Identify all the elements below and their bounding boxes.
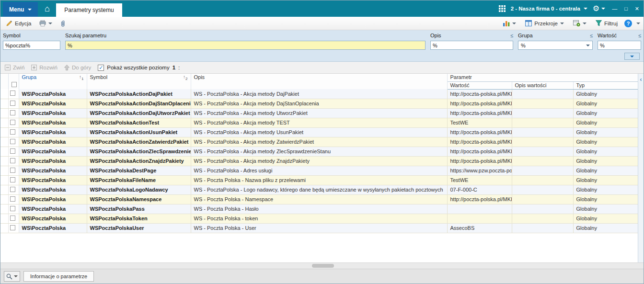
filter-condition-icon[interactable]: ≤ (638, 33, 641, 38)
filter-select-grupa[interactable]: % (518, 41, 593, 50)
row-checkbox-cell[interactable] (8, 194, 19, 204)
tab-parametry-systemu[interactable]: Parametry systemu (56, 3, 122, 17)
close-button[interactable]: ✕ (635, 6, 639, 12)
sort-asc-1-icon[interactable]: ↑1 (79, 74, 83, 81)
table-row[interactable]: WS\PocztaPolska WSPocztaPolskaActionDajP… (0, 89, 638, 99)
table-row[interactable]: WS\PocztaPolska WSPocztaPolskaPass WS - … (0, 204, 638, 214)
table-row[interactable]: WS\PocztaPolska WSPocztaPolskaActionDajU… (0, 108, 638, 118)
header-symbol[interactable]: Symbol ↑2 (87, 74, 191, 89)
row-checkbox[interactable] (10, 177, 15, 182)
header-opis[interactable]: Opis (191, 74, 447, 89)
row-checkbox-cell[interactable] (8, 223, 19, 233)
horizontal-scrollbar[interactable] (0, 262, 644, 269)
table-row[interactable]: WS\PocztaPolska WSPocztaPolskaActionUsun… (0, 127, 638, 137)
filter-condition-icon[interactable]: ≤ (510, 33, 513, 38)
row-checkbox[interactable] (10, 225, 15, 230)
grid-view-button[interactable] (571, 19, 589, 27)
row-checkbox-cell[interactable] (8, 137, 19, 147)
row-checkbox-cell[interactable] (8, 108, 19, 118)
table-row[interactable]: WS\PocztaPolska WSPocztaPolskaFileName W… (0, 175, 638, 185)
row-selector-cell[interactable] (0, 156, 8, 166)
chevron-down-icon[interactable] (48, 23, 52, 24)
table-row[interactable]: WS\PocztaPolska WSPocztaPolskaActionZlec… (0, 147, 638, 156)
filter-button[interactable]: Filtruj (593, 19, 620, 27)
row-selector-cell[interactable] (0, 166, 8, 175)
table-row[interactable]: WS\PocztaPolska WSPocztaPolskaActionDajS… (0, 99, 638, 108)
header-typ[interactable]: Typ (573, 81, 638, 89)
row-selector-cell[interactable] (0, 118, 8, 127)
menu-button[interactable]: Menu (3, 2, 38, 17)
row-selector-cell[interactable] (0, 223, 8, 233)
table-row[interactable]: WS\PocztaPolska WSPocztaPolskaActionZatw… (0, 137, 638, 147)
row-checkbox[interactable] (10, 216, 15, 221)
table-row[interactable]: WS\PocztaPolska WSPocztaPolskaActionTest… (0, 118, 638, 127)
row-checkbox-cell[interactable] (8, 214, 19, 223)
row-checkbox-cell[interactable] (8, 147, 19, 156)
row-checkbox[interactable] (10, 129, 15, 135)
levels-value[interactable]: 1 (172, 65, 175, 70)
filter-input-opis[interactable] (430, 41, 513, 50)
select-all-checkbox[interactable] (12, 82, 17, 87)
filter-input-wartosc[interactable] (598, 41, 641, 50)
row-selector-cell[interactable] (0, 89, 8, 99)
show-all-levels-control[interactable]: Pokaż wszystkie poziomy 1 : (98, 65, 180, 71)
row-checkbox-cell[interactable] (8, 118, 19, 127)
row-checkbox[interactable] (10, 139, 15, 144)
filter-input-szukaj-parametru[interactable] (65, 41, 426, 50)
table-row[interactable]: WS\PocztaPolska WSPocztaPolskaToken WS -… (0, 214, 638, 223)
row-checkbox[interactable] (10, 168, 15, 173)
settings-button[interactable] (593, 5, 605, 12)
sort-asc-2-icon[interactable]: ↑2 (183, 74, 187, 81)
row-checkbox[interactable] (10, 158, 15, 163)
filter-condition-icon[interactable]: ≤ (590, 33, 593, 38)
przekroje-button[interactable]: Przekroje (523, 19, 566, 27)
table-row[interactable]: WS\PocztaPolska WSPocztaPolskaActionZnaj… (0, 156, 638, 166)
row-checkbox[interactable] (10, 101, 15, 106)
chart-button[interactable] (501, 19, 518, 27)
scrollbar-thumb[interactable] (312, 264, 334, 268)
minimize-button[interactable]: — (612, 6, 617, 11)
company-selector[interactable]: 2 - Nasza firma 0 - centrala (511, 6, 587, 11)
row-selector-cell[interactable] (0, 185, 8, 194)
go-up-button[interactable]: Do góry (64, 65, 91, 70)
expand-button[interactable]: Rozwiń (31, 65, 58, 70)
maximize-button[interactable]: □ (624, 6, 628, 11)
row-selector-cell[interactable] (0, 194, 8, 204)
show-all-levels-checkbox[interactable] (98, 65, 104, 71)
row-checkbox-cell[interactable] (8, 166, 19, 175)
collapse-button[interactable]: Zwiń (5, 65, 24, 70)
row-selector-cell[interactable] (0, 214, 8, 223)
help-button[interactable]: ? (624, 20, 632, 27)
row-selector-cell[interactable] (0, 108, 8, 118)
table-row[interactable]: WS\PocztaPolska WSPocztaPolskaLogoNadawc… (0, 185, 638, 194)
row-checkbox[interactable] (10, 196, 15, 202)
row-checkbox-cell[interactable] (8, 175, 19, 185)
row-checkbox[interactable] (10, 148, 15, 154)
row-checkbox-cell[interactable] (8, 99, 19, 108)
row-selector-cell[interactable] (0, 127, 8, 137)
row-checkbox-cell[interactable] (8, 204, 19, 214)
header-parametr-group[interactable]: Parametr (447, 74, 638, 81)
row-selector-cell[interactable] (0, 99, 8, 108)
filter-input-symbol[interactable] (3, 41, 60, 50)
column-options-button[interactable] (624, 53, 640, 60)
row-selector-cell[interactable] (0, 147, 8, 156)
row-checkbox[interactable] (10, 110, 15, 115)
attachments-button[interactable] (58, 19, 69, 28)
home-button[interactable] (38, 0, 56, 17)
row-checkbox-cell[interactable] (8, 185, 19, 194)
zoom-button[interactable] (4, 271, 20, 282)
row-checkbox[interactable] (10, 187, 15, 192)
print-button[interactable] (37, 19, 55, 27)
row-checkbox-cell[interactable] (8, 89, 19, 99)
row-selector-cell[interactable] (0, 137, 8, 147)
row-checkbox[interactable] (10, 206, 15, 211)
tab-informacje-o-parametrze[interactable]: Informacje o parametrze (23, 271, 94, 282)
edit-button[interactable]: Edycja (4, 19, 34, 27)
table-row[interactable]: WS\PocztaPolska WSPocztaPolskaDestPage W… (0, 166, 638, 175)
apps-grid-icon[interactable] (499, 5, 506, 12)
table-row[interactable]: WS\PocztaPolska WSPocztaPolskaUser WS - … (0, 223, 638, 233)
row-selector-cell[interactable] (0, 175, 8, 185)
row-checkbox-cell[interactable] (8, 127, 19, 137)
table-row[interactable]: WS\PocztaPolska WSPocztaPolskaNamespace … (0, 194, 638, 204)
